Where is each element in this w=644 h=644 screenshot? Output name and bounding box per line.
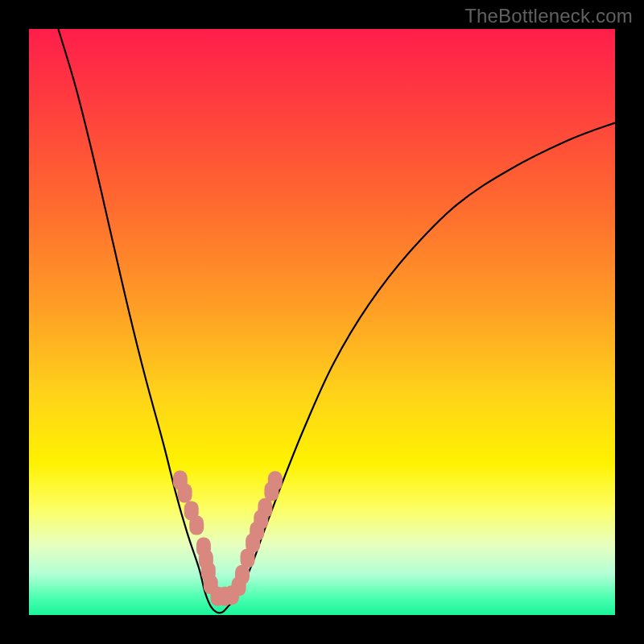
chart-frame: TheBottleneck.com: [0, 0, 644, 644]
watermark-text: TheBottleneck.com: [464, 5, 633, 27]
curve-marker: [268, 471, 283, 490]
curve-marker: [258, 498, 272, 518]
curve-layer: [29, 29, 615, 615]
plot-area: [29, 29, 615, 615]
curve-marker: [178, 484, 192, 503]
curve-marker: [189, 516, 204, 535]
bottleneck-curve: [58, 29, 615, 613]
